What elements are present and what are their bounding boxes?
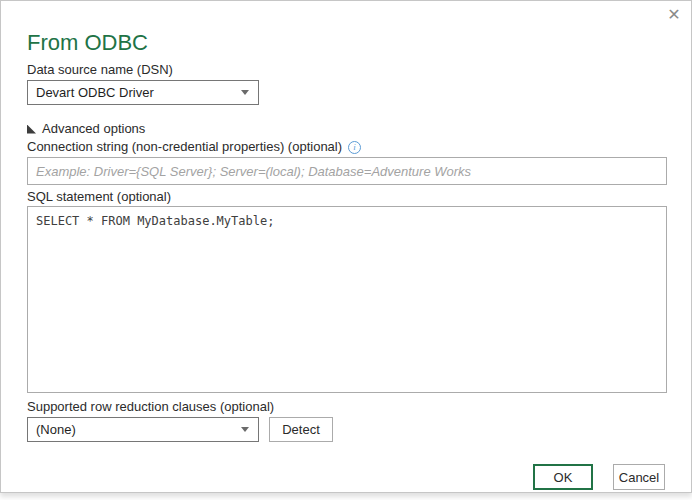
sql-statement-textarea[interactable]: SELECT * FROM MyDatabase.MyTable; — [27, 206, 667, 393]
cancel-button[interactable]: Cancel — [613, 464, 665, 490]
row-reduction-dropdown-value: (None) — [36, 422, 76, 437]
dsn-dropdown[interactable]: Devart ODBC Driver — [27, 80, 259, 105]
collapse-triangle-icon — [27, 125, 36, 134]
close-icon[interactable]: ✕ — [664, 4, 684, 24]
page-title: From ODBC — [27, 29, 666, 57]
footer-buttons: OK Cancel — [533, 464, 665, 490]
detect-button[interactable]: Detect — [269, 417, 333, 442]
ok-button[interactable]: OK — [533, 464, 593, 490]
row-reduction-label: Supported row reduction clauses (optiona… — [27, 400, 666, 414]
dialog-content: From ODBC Data source name (DSN) Devart … — [1, 29, 691, 442]
dsn-dropdown-value: Devart ODBC Driver — [36, 85, 154, 100]
row-reduction-dropdown[interactable]: (None) — [27, 417, 259, 442]
connection-string-label: Connection string (non-credential proper… — [27, 140, 342, 154]
advanced-options-toggle[interactable]: Advanced options — [27, 121, 145, 136]
dsn-label: Data source name (DSN) — [27, 63, 666, 77]
connection-string-input[interactable] — [27, 157, 667, 185]
advanced-options-label: Advanced options — [42, 121, 145, 136]
chevron-down-icon — [241, 90, 249, 95]
connection-string-label-row: Connection string (non-credential proper… — [27, 140, 666, 154]
sql-statement-label: SQL statement (optional) — [27, 190, 666, 204]
chevron-down-icon — [241, 427, 249, 432]
from-odbc-dialog: ✕ From ODBC Data source name (DSN) Devar… — [0, 0, 692, 493]
info-icon[interactable]: i — [348, 141, 361, 154]
row-reduction-row: (None) Detect — [27, 417, 666, 442]
